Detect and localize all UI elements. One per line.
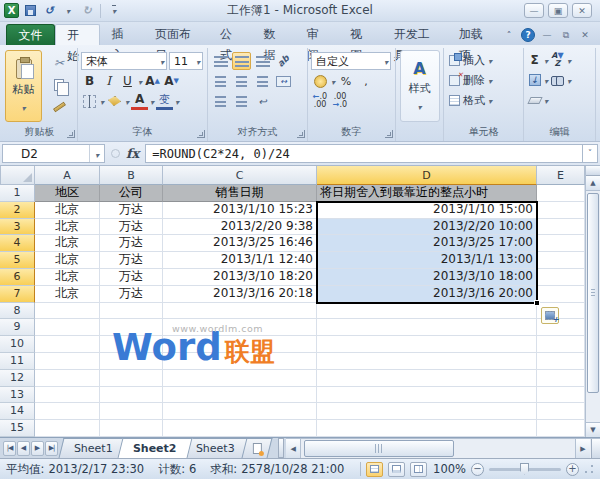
cell-C4[interactable]: 2013/3/25 16:46 [163,235,317,252]
cell-C6[interactable]: 2013/3/10 18:20 [163,269,317,286]
ribbon-tab-插入[interactable]: 插入 [100,24,143,45]
file-tab[interactable]: 文件 [6,24,55,45]
cell-E1[interactable] [537,185,585,202]
format-cells-button[interactable]: 格式 [447,90,520,110]
cell-C12[interactable] [163,370,317,387]
cell-B7[interactable]: 万达 [100,286,163,303]
undo-dropdown[interactable] [60,3,76,19]
row-header-7[interactable]: 7 [0,286,35,303]
cell-D8[interactable] [317,303,537,320]
ribbon-tab-开发工具[interactable]: 开发工具 [383,24,448,45]
font-dialog-launcher[interactable] [197,130,205,138]
cell-D15[interactable] [317,420,537,437]
cell-C15[interactable] [163,420,317,437]
cell-A12[interactable] [35,370,100,387]
ribbon-tab-公式[interactable]: 公式 [209,24,252,45]
row-header-10[interactable]: 10 [0,336,35,353]
cell-A13[interactable] [35,387,100,404]
cell-C2[interactable]: 2013/1/10 15:23 [163,202,317,219]
zoom-slider-thumb[interactable] [520,463,529,475]
collapse-ribbon-button[interactable] [502,28,516,42]
vertical-scroll-thumb[interactable] [587,193,599,393]
percent-button[interactable]: % [337,72,355,90]
fill-button[interactable] [527,74,542,86]
wrap-text-button[interactable] [253,92,272,110]
autofill-options-button[interactable] [541,307,559,324]
page-layout-view-button[interactable] [388,462,405,477]
italic-button[interactable]: I [100,72,117,90]
zoom-in-button[interactable]: + [566,463,579,476]
horizontal-scroll-thumb[interactable] [304,440,454,457]
column-header-D[interactable]: D [317,166,537,185]
align-top-button[interactable] [211,52,230,70]
cell-E2[interactable] [537,202,585,219]
merge-center-button[interactable] [274,72,293,90]
formula-input[interactable]: =ROUND(C2*24, 0)/24 [145,144,582,163]
cell-D3[interactable]: 2013/2/20 10:00 [317,219,537,236]
zoom-out-button[interactable]: − [471,463,484,476]
ribbon-tab-视图[interactable]: 视图 [339,24,382,45]
workbook-close-button[interactable] [578,28,592,42]
increase-decimal-button[interactable]: ←.0.00 [311,92,329,110]
row-header-2[interactable]: 2 [0,202,35,219]
redo-button[interactable] [79,3,95,19]
cell-E6[interactable] [537,269,585,286]
page-break-view-button[interactable] [410,462,427,477]
cell-C14[interactable] [163,403,317,420]
row-header-12[interactable]: 12 [0,370,35,387]
cell-B6[interactable]: 万达 [100,269,163,286]
cell-A14[interactable] [35,403,100,420]
cell-D11[interactable] [317,353,537,370]
cell-C7[interactable]: 2013/3/16 20:18 [163,286,317,303]
cell-A8[interactable] [35,303,100,320]
row-header-4[interactable]: 4 [0,235,35,252]
cell-A10[interactable] [35,336,100,353]
cell-B12[interactable] [100,370,163,387]
cell-E11[interactable] [537,353,585,370]
align-center-button[interactable] [232,72,251,90]
name-box-dropdown[interactable] [90,147,104,161]
cell-D1[interactable]: 将日期舍入到最靠近的整点小时 [317,185,537,202]
cell-A15[interactable] [35,420,100,437]
cell-D9[interactable] [317,319,537,336]
workbook-minimize-button[interactable] [540,28,554,42]
cell-B15[interactable] [100,420,163,437]
cell-E7[interactable] [537,286,585,303]
fill-color-button[interactable] [106,92,123,110]
name-box[interactable]: D2 [2,144,105,163]
font-size-combo[interactable]: 11 [169,52,203,70]
cell-E15[interactable] [537,420,585,437]
row-header-8[interactable]: 8 [0,303,35,320]
comma-button[interactable]: , [357,72,375,90]
row-header-14[interactable]: 14 [0,403,35,420]
sheet-tab-Sheet3[interactable]: Sheet3 [181,438,251,458]
next-sheet-button[interactable] [31,441,44,456]
align-left-button[interactable] [211,72,230,90]
cell-D2[interactable]: 2013/1/10 15:00 [317,202,537,219]
font-name-combo[interactable]: 宋体 [81,52,167,70]
cell-D14[interactable] [317,403,537,420]
zoom-slider[interactable] [489,468,561,471]
cell-A3[interactable]: 北京 [35,219,100,236]
row-header-5[interactable]: 5 [0,252,35,269]
orientation-button[interactable] [274,52,293,70]
grow-font-button[interactable]: A▲ [144,72,161,90]
row-header-11[interactable]: 11 [0,353,35,370]
sort-filter-button[interactable]: A▼Z [550,52,565,68]
cell-B13[interactable] [100,387,163,404]
cell-D5[interactable]: 2013/1/1 13:00 [317,252,537,269]
resize-grip[interactable] [584,464,594,474]
cell-C5[interactable]: 2013/1/1 12:40 [163,252,317,269]
cut-button[interactable] [46,53,72,73]
restore-button[interactable] [548,3,568,18]
cell-D4[interactable]: 2013/3/25 17:00 [317,235,537,252]
cell-E5[interactable] [537,252,585,269]
cell-A11[interactable] [35,353,100,370]
cell-B2[interactable]: 万达 [100,202,163,219]
ribbon-tab-页面布局[interactable]: 页面布局 [144,24,209,45]
ribbon-tab-数据[interactable]: 数据 [252,24,295,45]
cell-E13[interactable] [537,387,585,404]
shrink-font-button[interactable]: A▼ [163,72,180,90]
help-icon[interactable] [521,28,535,42]
scroll-right-button[interactable] [575,439,590,458]
